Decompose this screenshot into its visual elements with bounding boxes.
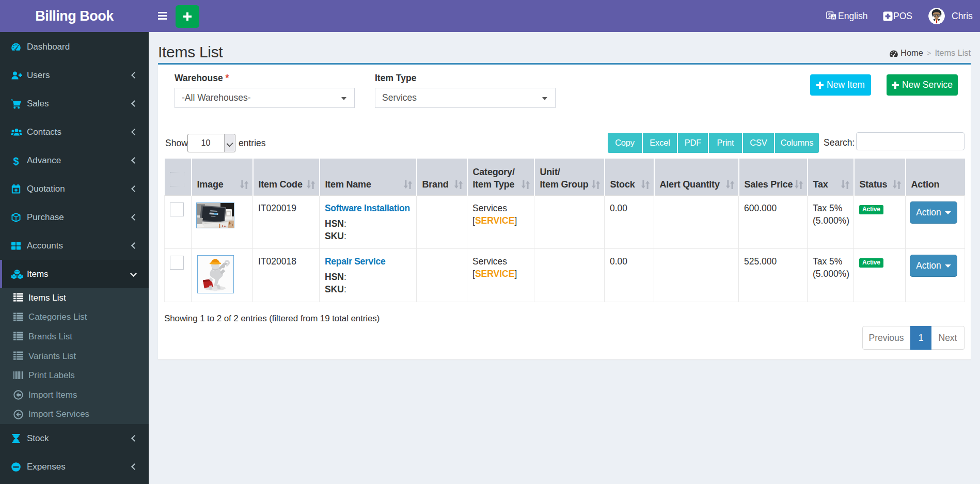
svg-text:A: A — [832, 14, 835, 20]
svg-text:$: $ — [13, 155, 19, 167]
